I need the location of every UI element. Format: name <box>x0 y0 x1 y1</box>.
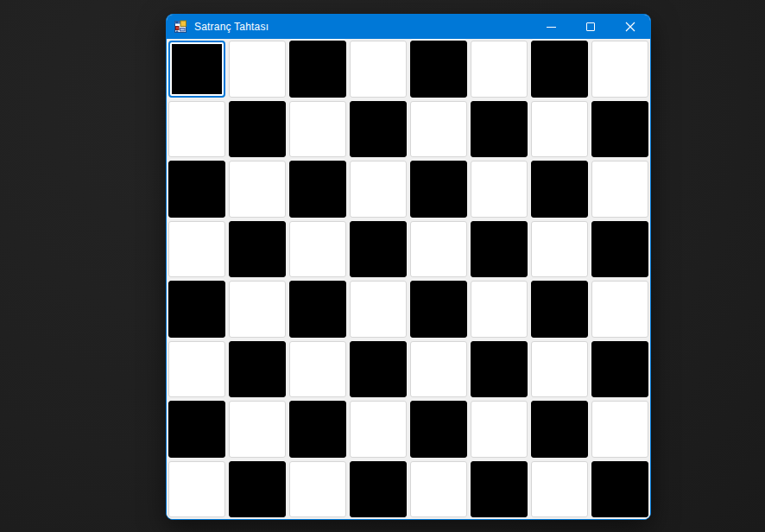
close-button[interactable] <box>610 15 650 39</box>
board-square-r7c7[interactable] <box>531 401 588 458</box>
caption-buttons <box>531 15 650 39</box>
board-square-r1c3[interactable] <box>289 41 346 98</box>
board-square-r1c7[interactable] <box>531 41 588 98</box>
minimize-button[interactable] <box>531 15 571 39</box>
board-square-r3c8[interactable] <box>591 161 648 218</box>
board-square-r1c1[interactable] <box>168 41 225 98</box>
board-square-r4c6[interactable] <box>471 221 528 278</box>
board-square-r1c4[interactable] <box>350 41 407 98</box>
board-square-r7c6[interactable] <box>471 401 528 458</box>
board-square-r4c5[interactable] <box>410 221 467 278</box>
board-square-r2c7[interactable] <box>531 101 588 158</box>
board-square-r8c6[interactable] <box>471 461 528 518</box>
board-square-r1c6[interactable] <box>471 41 528 98</box>
board-square-r8c4[interactable] <box>350 461 407 518</box>
board-square-r6c4[interactable] <box>350 341 407 398</box>
board-square-r5c1[interactable] <box>168 281 225 338</box>
board-square-r2c5[interactable] <box>410 101 467 158</box>
board-square-r2c6[interactable] <box>471 101 528 158</box>
board-square-r3c2[interactable] <box>229 161 286 218</box>
board-square-r4c3[interactable] <box>289 221 346 278</box>
maximize-icon <box>586 22 595 31</box>
board-square-r3c7[interactable] <box>531 161 588 218</box>
board-square-r5c4[interactable] <box>350 281 407 338</box>
board-square-r6c7[interactable] <box>531 341 588 398</box>
board-square-r5c8[interactable] <box>591 281 648 338</box>
board-square-r5c3[interactable] <box>289 281 346 338</box>
board-square-r2c3[interactable] <box>289 101 346 158</box>
board-square-r4c2[interactable] <box>229 221 286 278</box>
board-square-r7c4[interactable] <box>350 401 407 458</box>
board-square-r7c5[interactable] <box>410 401 467 458</box>
board-square-r5c2[interactable] <box>229 281 286 338</box>
client-area <box>167 39 650 519</box>
board-square-r4c8[interactable] <box>591 221 648 278</box>
board-square-r3c3[interactable] <box>289 161 346 218</box>
board-square-r2c8[interactable] <box>591 101 648 158</box>
board-square-r4c1[interactable] <box>168 221 225 278</box>
window-title: Satranç Tahtası <box>194 21 269 33</box>
board-square-r6c8[interactable] <box>591 341 648 398</box>
board-square-r6c1[interactable] <box>168 341 225 398</box>
board-square-r5c6[interactable] <box>471 281 528 338</box>
board-square-r7c3[interactable] <box>289 401 346 458</box>
board-square-r5c7[interactable] <box>531 281 588 338</box>
board-square-r2c1[interactable] <box>168 101 225 158</box>
board-square-r8c3[interactable] <box>289 461 346 518</box>
winforms-app-icon <box>174 20 187 34</box>
board-square-r8c8[interactable] <box>591 461 648 518</box>
minimize-icon <box>547 27 556 28</box>
board-square-r8c1[interactable] <box>168 461 225 518</box>
board-square-r7c2[interactable] <box>229 401 286 458</box>
board-square-r6c3[interactable] <box>289 341 346 398</box>
board-square-r1c8[interactable] <box>591 41 648 98</box>
board-square-r2c4[interactable] <box>350 101 407 158</box>
board-square-r1c2[interactable] <box>229 41 286 98</box>
board-square-r4c4[interactable] <box>350 221 407 278</box>
board-square-r3c5[interactable] <box>410 161 467 218</box>
board-square-r7c1[interactable] <box>168 401 225 458</box>
app-window: Satranç Tahtası <box>166 14 651 520</box>
board-square-r8c5[interactable] <box>410 461 467 518</box>
chess-board <box>168 41 648 517</box>
board-square-r2c2[interactable] <box>229 101 286 158</box>
board-square-r8c7[interactable] <box>531 461 588 518</box>
board-square-r7c8[interactable] <box>591 401 648 458</box>
titlebar[interactable]: Satranç Tahtası <box>167 15 650 39</box>
board-square-r3c1[interactable] <box>168 161 225 218</box>
board-square-r6c2[interactable] <box>229 341 286 398</box>
close-icon <box>625 22 635 32</box>
board-square-r1c5[interactable] <box>410 41 467 98</box>
board-square-r5c5[interactable] <box>410 281 467 338</box>
maximize-button[interactable] <box>571 15 610 39</box>
board-square-r3c6[interactable] <box>471 161 528 218</box>
board-square-r6c5[interactable] <box>410 341 467 398</box>
board-square-r3c4[interactable] <box>350 161 407 218</box>
board-square-r4c7[interactable] <box>531 221 588 278</box>
board-square-r8c2[interactable] <box>229 461 286 518</box>
board-square-r6c6[interactable] <box>471 341 528 398</box>
